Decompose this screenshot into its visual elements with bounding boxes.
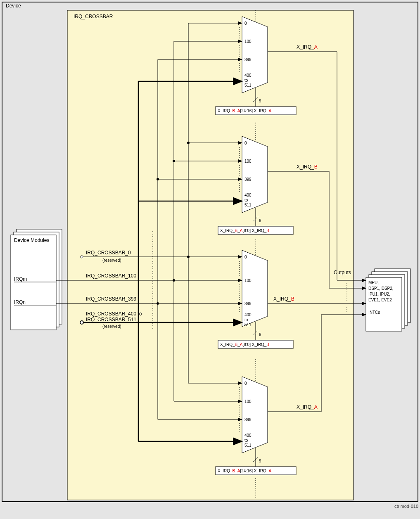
svg-text:0: 0 [244,21,247,26]
svg-text:100: 100 [244,399,252,404]
svg-text:9: 9 [259,218,261,223]
svg-text:X_IRQ_A: X_IRQ_A [297,44,318,50]
svg-text:511: 511 [244,322,252,327]
svg-text:IRQ_CROSSBAR_511: IRQ_CROSSBAR_511 [86,317,136,322]
svg-text:INTCs: INTCs [368,310,380,315]
svg-text:IRQm: IRQm [14,276,27,282]
svg-text:511: 511 [244,203,252,207]
svg-text:X_IRQ_B_A[24:16] X_IRQ_A: X_IRQ_B_A[24:16] X_IRQ_A [218,109,271,113]
svg-text:to: to [244,438,248,443]
svg-text:100: 100 [244,278,252,283]
svg-text:399: 399 [244,301,252,306]
device-modules-stack: Device Modules IRQm IRQn [11,229,62,330]
svg-text:100: 100 [244,39,252,44]
svg-text:Device Modules: Device Modules [14,237,49,243]
svg-text:(reserved): (reserved) [102,324,121,329]
svg-text:400: 400 [244,433,252,438]
svg-text:9: 9 [259,459,261,463]
svg-text:Outputs: Outputs [334,270,351,275]
svg-text:to: to [244,198,248,202]
svg-text:0: 0 [244,141,247,145]
svg-text:to: to [244,318,248,322]
svg-text:399: 399 [244,177,252,182]
svg-text:400: 400 [244,193,252,197]
svg-rect-11 [366,277,402,331]
svg-text:399: 399 [244,57,252,62]
svg-text:511: 511 [244,83,252,88]
svg-text:IPU1, IPU2,: IPU1, IPU2, [368,292,390,296]
svg-text:(reserved): (reserved) [102,258,121,263]
svg-text:100: 100 [244,159,252,164]
svg-text:X_IRQ_B: X_IRQ_B [297,164,318,170]
svg-text:X_IRQ_B_A[24:16] X_IRQ_A: X_IRQ_B_A[24:16] X_IRQ_A [218,469,271,473]
svg-text:IRQn: IRQn [14,299,26,305]
svg-text:511: 511 [244,443,252,448]
svg-text:X_IRQ_A: X_IRQ_A [297,404,318,410]
svg-text:IRQ_CROSSBAR_100: IRQ_CROSSBAR_100 [86,273,136,279]
svg-text:9: 9 [259,332,261,337]
svg-text:IRQ_CROSSBAR_400 to: IRQ_CROSSBAR_400 to [86,311,142,317]
svg-point-25 [80,321,83,324]
crossbar-label: IRQ_CROSSBAR [74,14,113,19]
svg-text:X_IRQ_B_A[8:0] X_IRQ_B: X_IRQ_B_A[8:0] X_IRQ_B [220,228,269,233]
svg-text:9: 9 [259,99,261,103]
svg-text:0: 0 [244,255,247,259]
svg-text:400: 400 [244,73,252,78]
svg-text:X_IRQ_B: X_IRQ_B [273,296,294,302]
svg-text:0: 0 [244,381,247,386]
svg-text:to: to [244,78,248,83]
svg-text:IRQ_CROSSBAR_399: IRQ_CROSSBAR_399 [86,296,136,302]
svg-point-17 [81,256,83,258]
svg-text:EVE1, EVE2: EVE1, EVE2 [368,298,392,302]
svg-rect-2 [11,235,56,330]
device-label: Device [6,3,21,9]
svg-text:MPU,: MPU, [368,280,379,285]
figure-id: ctrlmod-010 [394,504,418,509]
intcs-stack: MPU, DSP1, DSP2, IPU1, IPU2, EVE1, EVE2 … [366,269,411,331]
svg-text:399: 399 [244,417,252,422]
svg-text:DSP1, DSP2,: DSP1, DSP2, [368,286,394,291]
svg-text:400: 400 [244,313,252,317]
svg-text:IRQ_CROSSBAR_0: IRQ_CROSSBAR_0 [86,250,131,256]
svg-text:X_IRQ_B_A[8:0] X_IRQ_B: X_IRQ_B_A[8:0] X_IRQ_B [220,342,269,347]
